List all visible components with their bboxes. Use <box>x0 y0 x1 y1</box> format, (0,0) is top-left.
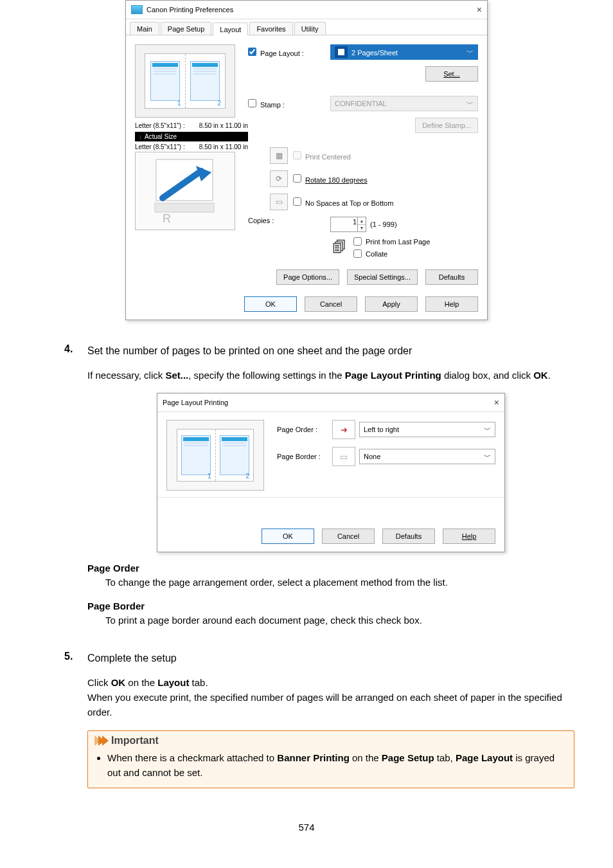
titlebar: Canon Printing Preferences × <box>126 1 487 19</box>
special-settings-button[interactable]: Special Settings... <box>347 269 418 285</box>
page-number: 574 <box>39 822 574 833</box>
svg-text:R: R <box>163 212 171 225</box>
important-note: Important When there is a checkmark atta… <box>87 730 574 789</box>
dialog-buttons: OK Cancel Apply Help <box>126 291 487 320</box>
copies-range: (1 - 999) <box>370 221 397 228</box>
spin-down-icon[interactable]: ▼ <box>358 225 366 232</box>
border-none-icon: ▭ <box>332 447 355 466</box>
output-preview: R <box>135 152 235 230</box>
arrow-preview-icon: R <box>137 153 233 229</box>
defaults-button[interactable]: Defaults <box>425 269 478 285</box>
step-5-text: Click OK on the Layout tab. When you exe… <box>87 675 574 720</box>
tab-main[interactable]: Main <box>130 22 159 35</box>
apply-button[interactable]: Apply <box>365 296 418 312</box>
cancel-button[interactable]: Cancel <box>322 529 375 544</box>
tab-favorites[interactable]: Favorites <box>249 22 292 35</box>
left-to-right-icon: ➜ <box>332 420 355 439</box>
tab-utility[interactable]: Utility <box>294 22 326 35</box>
stamp-dropdown: CONFIDENTIAL﹀ <box>330 96 478 111</box>
page-border-desc: To print a page border around each docum… <box>105 613 574 628</box>
defaults-button[interactable]: Defaults <box>382 529 435 544</box>
page-options-button[interactable]: Page Options... <box>276 269 339 285</box>
order-preview: 1 2 <box>166 420 264 491</box>
set-row: Set... <box>248 66 478 82</box>
important-icon <box>94 736 106 746</box>
page-border-dropdown[interactable]: None﹀ <box>359 449 495 464</box>
chevron-down-icon: ﹀ <box>466 99 474 109</box>
tab-layout[interactable]: Layout <box>213 23 248 35</box>
step-4-text: If necessary, click Set..., specify the … <box>87 368 574 383</box>
aux-button-row: Page Options... Special Settings... Defa… <box>248 258 478 287</box>
page-order-desc: To change the page arrangement order, se… <box>105 575 574 590</box>
step-title: Complete the setup <box>87 653 177 664</box>
print-from-last-checkbox[interactable]: Print from Last Page <box>353 237 430 246</box>
download-icon: ↓ <box>139 133 142 140</box>
print-centered-checkbox: Print Centered <box>293 151 351 161</box>
settings-column: Page Layout : 2 Pages/Sheet ﹀ Set... Sta… <box>248 44 478 287</box>
stamp-row: Stamp : CONFIDENTIAL﹀ <box>248 96 478 111</box>
close-icon[interactable]: × <box>477 5 482 15</box>
ok-button[interactable]: OK <box>244 296 297 312</box>
step-number: 4. <box>64 343 73 355</box>
paper-size-1: Letter (8.5"x11") :8.50 in x 11.00 in <box>135 122 248 131</box>
step-5: 5. Complete the setup Click OK on the La… <box>64 651 574 788</box>
close-icon[interactable]: × <box>494 397 499 408</box>
help-button[interactable]: Help <box>425 296 478 312</box>
step-number: 5. <box>64 651 73 662</box>
paper-size-2: Letter (8.5"x11") :8.50 in x 11.00 in <box>135 143 248 152</box>
rotate-row: ⟳ Rotate 180 degrees <box>270 170 478 187</box>
page-order-row: Page Order : ➜ Left to right﹀ <box>277 420 495 439</box>
page-order-dropdown[interactable]: Left to right﹀ <box>359 422 495 437</box>
step-title: Set the number of pages to be printed on… <box>87 345 412 356</box>
step-4: 4. Set the number of pages to be printed… <box>64 343 574 628</box>
no-spaces-checkbox[interactable]: No Spaces at Top or Bottom <box>293 197 393 207</box>
layout-preview: 1 2 <box>135 44 235 118</box>
help-button[interactable]: Help <box>443 529 495 544</box>
cancel-button[interactable]: Cancel <box>305 296 357 312</box>
center-icon: ▦ <box>270 147 288 164</box>
printing-preferences-dialog: Canon Printing Preferences × Main Page S… <box>125 0 488 320</box>
window-title: Page Layout Printing <box>163 399 494 406</box>
rotate-icon: ⟳ <box>270 170 288 187</box>
tabstrip: Main Page Setup Layout Favorites Utility <box>126 19 487 35</box>
dialog-buttons: OK Cancel Defaults Help <box>157 497 504 552</box>
chevron-down-icon: ﹀ <box>466 48 474 57</box>
no-spaces-row: ▭ No Spaces at Top or Bottom <box>270 194 478 210</box>
titlebar: Page Layout Printing × <box>157 393 504 412</box>
page-border-row: Page Border : ▭ None﹀ <box>277 447 495 466</box>
svg-rect-1 <box>155 203 214 212</box>
tab-page-setup[interactable]: Page Setup <box>161 22 212 35</box>
printer-icon <box>131 5 143 14</box>
window-title: Canon Printing Preferences <box>147 6 477 14</box>
define-stamp-row: Define Stamp... <box>248 118 478 133</box>
page-order-label: Page Order : <box>277 426 332 433</box>
page-layout-checkbox[interactable]: Page Layout : <box>248 48 304 57</box>
spin-up-icon[interactable]: ▲ <box>358 217 366 225</box>
page-border-heading: Page Border <box>87 601 574 611</box>
copies-row: Copies : 1 ▲▼ (1 - 999) <box>248 217 478 258</box>
important-item: When there is a checkmark attached to Ba… <box>107 750 566 781</box>
chevron-down-icon: ﹀ <box>484 452 491 462</box>
page-layout-row: Page Layout : 2 Pages/Sheet ﹀ <box>248 44 478 60</box>
copies-spinner[interactable]: 1 ▲▼ <box>330 217 366 232</box>
copies-label: Copies : <box>248 217 330 224</box>
print-centered-row: ▦ Print Centered <box>270 147 478 164</box>
collate-checkbox[interactable]: Collate <box>353 249 430 258</box>
pages-stack-icon: 🗐 <box>330 239 348 257</box>
ok-button[interactable]: OK <box>262 529 314 544</box>
stamp-checkbox[interactable]: Stamp : <box>248 99 285 109</box>
page-order-heading: Page Order <box>87 563 574 574</box>
margins-icon: ▭ <box>270 194 288 210</box>
important-heading: Important <box>111 735 159 746</box>
define-stamp-button: Define Stamp... <box>415 118 478 133</box>
page-layout-printing-dialog: Page Layout Printing × 1 2 Page Order : <box>157 393 505 552</box>
layout-scheme-icon <box>335 46 348 58</box>
preview-column: 1 2 Letter (8.5"x11") :8.50 in x 11.00 i… <box>135 44 248 287</box>
actual-size-bar: ↓Actual Size <box>135 132 248 141</box>
rotate-180-checkbox[interactable]: Rotate 180 degrees <box>293 174 368 184</box>
page-border-label: Page Border : <box>277 453 332 460</box>
page-layout-dropdown[interactable]: 2 Pages/Sheet ﹀ <box>330 44 478 60</box>
chevron-down-icon: ﹀ <box>484 425 491 435</box>
set-button[interactable]: Set... <box>425 66 478 82</box>
